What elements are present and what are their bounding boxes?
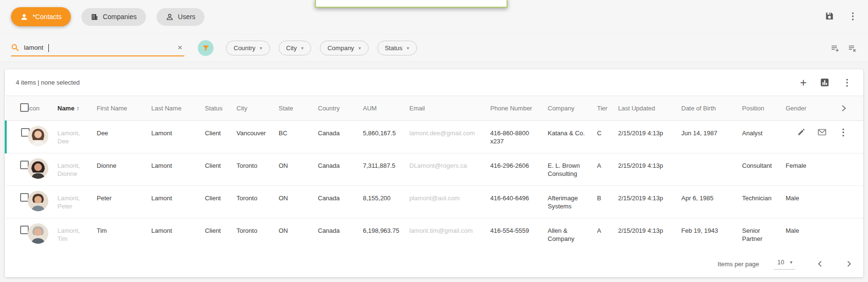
items-per-page-value: 10 xyxy=(778,259,784,266)
selection-summary: 4 items | none selected xyxy=(16,79,79,86)
row-checkbox[interactable] xyxy=(20,161,29,169)
table-row[interactable]: Lamont, Dee Dee Lamont Client Vancouver … xyxy=(6,121,863,153)
col-aum[interactable]: AUM xyxy=(363,96,409,121)
cell-status: Client xyxy=(205,218,237,251)
cell-company: Allen & Company xyxy=(548,218,597,251)
pencil-icon xyxy=(797,128,805,136)
sort-asc-icon: ↑ xyxy=(76,105,79,112)
previous-page-button[interactable] xyxy=(816,260,824,268)
building-icon xyxy=(90,13,99,21)
save-view-button[interactable] xyxy=(825,11,834,21)
cell-country: Canada xyxy=(318,218,363,251)
cell-date-of-birth xyxy=(681,153,742,186)
col-tier[interactable]: Tier xyxy=(597,96,618,121)
cell-aum: 6,198,963.75 xyxy=(363,218,409,251)
table-row[interactable]: Lamont, Tim Tim Lamont Client Toronto ON… xyxy=(6,218,863,251)
filter-bar: × Country ▾ City ▾ Company ▾ Status ▾ xyxy=(0,34,868,62)
col-city[interactable]: City xyxy=(237,96,279,121)
add-to-list-button[interactable] xyxy=(831,44,839,53)
email-contact-button[interactable] xyxy=(818,129,826,136)
row-checkbox[interactable] xyxy=(20,226,29,234)
text-cursor xyxy=(48,44,49,52)
company-filter-dropdown[interactable]: Company ▾ xyxy=(320,41,369,55)
more-columns-icon[interactable] xyxy=(829,104,859,112)
cell-first-name: Dee xyxy=(97,121,151,153)
clear-search-icon[interactable]: × xyxy=(176,43,184,53)
row-menu-icon[interactable]: ⋮ xyxy=(839,128,848,137)
cell-city: Toronto xyxy=(237,186,279,218)
cell-position: Technician xyxy=(742,186,786,218)
more-options-icon[interactable]: ⋮ xyxy=(848,11,857,21)
col-first-name[interactable]: First Name xyxy=(97,96,151,121)
col-gender[interactable]: Gender xyxy=(786,96,829,121)
chevron-down-icon: ▾ xyxy=(359,45,361,51)
tab-contacts[interactable]: *Contacts xyxy=(11,7,71,26)
pagination-footer: Items per page 10 ▾ xyxy=(5,250,863,277)
table-row[interactable]: Lamont, Dionne Dionne Lamont Client Toro… xyxy=(6,153,863,186)
cell-date-of-birth: Jun 14, 1987 xyxy=(681,121,742,153)
country-filter-dropdown[interactable]: Country ▾ xyxy=(226,41,270,55)
cell-company: Afterimage Systems xyxy=(548,186,597,218)
cell-last-updated: 2/15/2019 4:13p xyxy=(618,186,681,218)
cell-last-name: Lamont xyxy=(151,153,205,186)
col-icon: Icon xyxy=(28,96,57,121)
items-per-page-label: Items per page xyxy=(718,260,759,268)
cell-company: Katana & Co. xyxy=(548,121,597,153)
chevron-left-icon xyxy=(816,260,824,268)
cell-date-of-birth: Feb 19, 1943 xyxy=(681,218,742,251)
remove-from-list-button[interactable] xyxy=(848,44,857,53)
col-last-updated[interactable]: Last Updated xyxy=(618,96,681,121)
avatar xyxy=(28,126,48,146)
avatar xyxy=(28,158,48,179)
cell-status: Client xyxy=(205,153,237,186)
filter-funnel-button[interactable] xyxy=(198,40,214,56)
cell-city: Toronto xyxy=(237,153,279,186)
cell-first-name: Dionne xyxy=(97,153,151,186)
playlist-add-icon xyxy=(831,44,839,53)
table-row[interactable]: Lamont, Peter Peter Lamont Client Toront… xyxy=(6,186,863,218)
cell-first-name: Tim xyxy=(97,218,151,251)
tab-companies[interactable]: Companies xyxy=(81,8,146,26)
col-status[interactable]: Status xyxy=(205,96,237,121)
col-phone[interactable]: Phone Number xyxy=(490,96,548,121)
col-last-name[interactable]: Last Name xyxy=(151,96,205,121)
col-state[interactable]: State xyxy=(279,96,318,121)
col-email[interactable]: Email xyxy=(409,96,490,121)
country-filter-label: Country xyxy=(234,44,256,52)
cell-phone: 416-554-5559 xyxy=(490,218,548,251)
cell-first-name: Peter xyxy=(97,186,151,218)
cell-last-name: Lamont xyxy=(151,186,205,218)
playlist-remove-icon xyxy=(848,44,857,53)
col-date-of-birth[interactable]: Date of Birth xyxy=(681,96,742,121)
add-contact-button[interactable]: + xyxy=(800,77,807,88)
table-menu-icon[interactable]: ⋮ xyxy=(843,78,852,87)
col-position[interactable]: Position xyxy=(742,96,786,121)
plus-icon: + xyxy=(800,77,807,88)
col-country[interactable]: Country xyxy=(318,96,363,121)
search-input[interactable] xyxy=(24,44,171,51)
save-icon xyxy=(825,11,834,21)
status-filter-dropdown[interactable]: Status ▾ xyxy=(377,41,417,55)
company-filter-label: Company xyxy=(327,44,354,52)
col-name[interactable]: Name↑ xyxy=(57,96,97,121)
next-page-button[interactable] xyxy=(845,260,853,268)
person-icon xyxy=(20,13,28,21)
row-checkbox[interactable] xyxy=(20,193,29,202)
chart-view-button[interactable] xyxy=(820,78,829,87)
envelope-icon xyxy=(818,129,826,136)
cell-name: Lamont, Peter xyxy=(57,186,97,218)
tab-users[interactable]: Users xyxy=(157,8,205,26)
city-filter-dropdown[interactable]: City ▾ xyxy=(279,41,311,55)
cell-aum: 8,155,200 xyxy=(363,186,409,218)
funnel-icon xyxy=(202,44,210,52)
cell-country: Canada xyxy=(318,186,363,218)
items-per-page-select[interactable]: 10 ▾ xyxy=(774,259,796,270)
filter-dropdowns: Country ▾ City ▾ Company ▾ Status ▾ xyxy=(226,41,417,55)
cell-phone: 416-860-8800 x237 xyxy=(490,121,548,153)
col-company[interactable]: Company xyxy=(548,96,597,121)
avatar xyxy=(28,223,48,244)
cell-name: Lamont, Dionne xyxy=(57,153,97,186)
cell-position: Consultant xyxy=(742,153,786,186)
tab-users-label: Users xyxy=(178,13,196,21)
edit-contact-button[interactable] xyxy=(797,128,805,136)
